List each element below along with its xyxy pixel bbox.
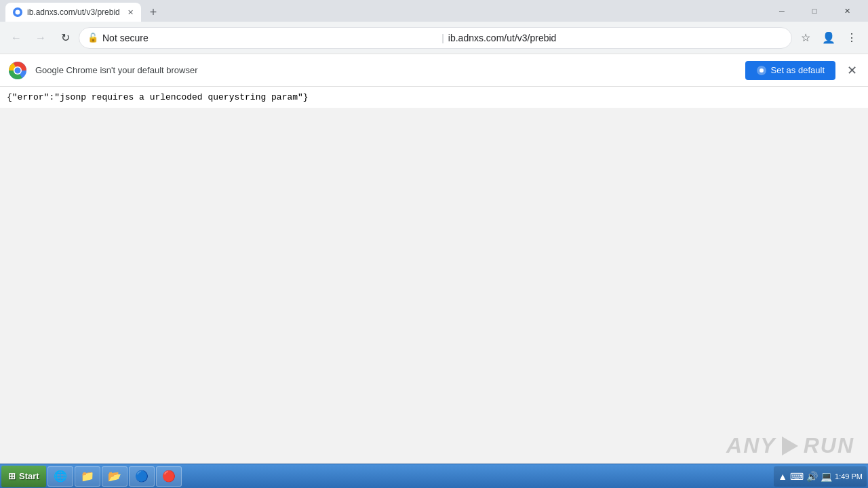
start-button[interactable]: ⊞ Start [1,466,46,487]
tray-network-icon[interactable]: 💻 [821,471,832,482]
bookmark-button[interactable]: ☆ [795,27,816,49]
security-icon: 🔓 [87,33,98,43]
watermark-text-1: ANY [726,433,776,458]
security-text: Not secure [102,33,437,43]
start-label: Start [19,471,39,481]
ie-icon: 🌐 [54,470,67,483]
maximize-button[interactable]: □ [799,0,830,22]
tab-strip: ib.adnxs.com/ut/v3/prebid ✕ + [5,0,766,22]
refresh-button[interactable]: ↻ [54,27,76,49]
chrome-btn-icon [756,65,767,76]
set-default-button[interactable]: Set as default [745,61,836,80]
taskbar-folder-button[interactable]: 📁 [75,466,100,487]
address-bar[interactable]: 🔓 Not secure | ib.adnxs.com/ut/v3/prebid [79,27,792,49]
watermark-text-2: RUN [804,433,854,458]
address-separator: | [441,33,444,43]
tray-volume-icon[interactable]: 🔊 [806,471,818,482]
close-window-button[interactable]: ✕ [831,0,863,22]
taskbar-files-button[interactable]: 📂 [102,466,127,487]
active-tab[interactable]: ib.adnxs.com/ut/v3/prebid ✕ [5,3,141,22]
folder-icon: 📁 [81,470,94,483]
window-controls: ─ □ ✕ [766,0,863,22]
notification-bar: Google Chrome isn't your default browser… [0,54,868,87]
forward-button[interactable]: → [30,27,52,49]
taskbar-warning-button[interactable]: 🔴 [156,466,182,487]
notification-text: Google Chrome isn't your default browser [35,65,737,75]
tray-keyboard-icon[interactable]: ⌨ [790,471,804,482]
windows-orb-icon: ⊞ [8,471,16,481]
account-button[interactable]: 👤 [818,27,840,49]
taskbar: ⊞ Start 🌐 📁 📂 🔵 🔴 ▲ ⌨ 🔊 💻 1:49 PM [0,464,868,488]
taskbar-chrome-button[interactable]: 🔵 [129,466,155,487]
new-tab-button[interactable]: + [144,3,163,22]
tray-time: 1:49 PM [835,472,863,481]
notification-close-button[interactable]: ✕ [844,62,860,79]
minimize-button[interactable]: ─ [766,0,797,22]
warning-icon: 🔴 [162,470,176,483]
taskbar-ie-button[interactable]: 🌐 [47,466,73,487]
watermark-play-icon [782,436,798,455]
tray-arrow-icon[interactable]: ▲ [778,471,787,482]
page-content: {"error":"jsonp requires a urlencoded qu… [0,87,868,108]
tab-favicon [12,7,23,18]
set-default-label: Set as default [771,65,825,75]
menu-button[interactable]: ⋮ [841,27,863,49]
tab-title: ib.adnxs.com/ut/v3/prebid [27,7,121,17]
files-icon: 📂 [108,470,121,483]
chrome-taskbar-icon: 🔵 [135,470,149,483]
url-text: ib.adnxs.com/ut/v3/prebid [448,33,783,43]
chrome-logo-icon [8,61,27,80]
toolbar: ← → ↻ 🔓 Not secure | ib.adnxs.com/ut/v3/… [0,22,868,54]
svg-point-6 [760,68,764,73]
back-button[interactable]: ← [5,27,27,49]
svg-point-1 [16,10,20,15]
svg-point-4 [15,67,21,73]
toolbar-actions: ☆ 👤 ⋮ [795,27,863,49]
watermark: ANY RUN [726,433,854,458]
system-tray: ▲ ⌨ 🔊 💻 1:49 PM [774,466,867,487]
tab-close-button[interactable]: ✕ [125,7,136,18]
page-text: {"error":"jsonp requires a urlencoded qu… [7,92,309,102]
title-bar: ib.adnxs.com/ut/v3/prebid ✕ + ─ □ ✕ [0,0,868,22]
